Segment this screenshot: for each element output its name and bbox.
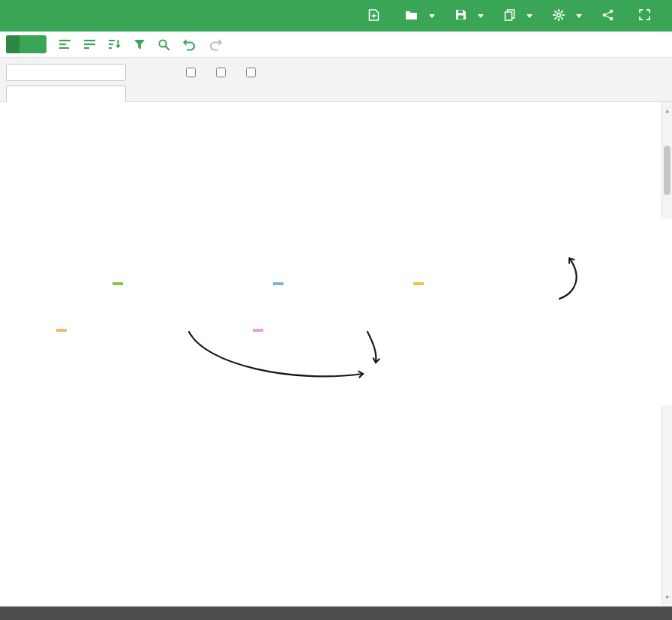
find-row xyxy=(6,63,666,81)
main-menu xyxy=(368,9,672,23)
redo-button[interactable] xyxy=(208,38,223,51)
compact-icon xyxy=(83,39,96,50)
search-button[interactable] xyxy=(158,38,170,51)
open-folder-icon xyxy=(405,10,418,23)
dropdown-caret-icon xyxy=(478,14,484,18)
campaign-name-label xyxy=(273,282,284,285)
fullscreen-icon xyxy=(639,9,650,23)
by-word-option xyxy=(246,68,261,77)
mode-toggle xyxy=(6,35,46,53)
mode-tree-button[interactable] xyxy=(20,35,33,53)
undo-icon xyxy=(182,38,196,51)
new-button[interactable] xyxy=(368,9,385,23)
new-document-icon xyxy=(368,9,380,23)
sort-button[interactable] xyxy=(108,38,122,50)
mission-name-label xyxy=(112,282,123,285)
options-button[interactable] xyxy=(553,9,582,23)
regexp-option xyxy=(216,68,231,77)
format-icon xyxy=(58,39,71,50)
arrow-false1-to-optional-label xyxy=(189,332,363,376)
options-gear-icon xyxy=(553,9,565,23)
search-icon xyxy=(158,38,170,51)
find-input[interactable] xyxy=(6,64,126,81)
scrollbar-down-arrow-icon[interactable]: ▼ xyxy=(662,591,672,604)
replace-row xyxy=(6,85,666,103)
annotation-overlay xyxy=(0,219,672,405)
toolbar-icon-group xyxy=(58,38,223,51)
by-word-checkbox[interactable] xyxy=(246,68,256,77)
secondary-objective-label xyxy=(56,329,67,332)
copy-icon xyxy=(504,9,515,23)
compact-button[interactable] xyxy=(83,39,96,50)
json-editor-window: ▲ ▼ xyxy=(0,0,672,620)
editor-toolbar xyxy=(0,32,672,57)
filter-button[interactable] xyxy=(134,39,146,50)
match-case-option xyxy=(186,68,201,77)
scrollbar-thumb[interactable] xyxy=(664,146,670,195)
undo-button[interactable] xyxy=(182,38,196,51)
find-replace-panel xyxy=(0,57,672,102)
regexp-checkbox[interactable] xyxy=(216,68,226,77)
scrollbar-up-arrow-icon[interactable]: ▲ xyxy=(662,104,672,118)
challenge-label xyxy=(253,329,263,332)
main-objective-label xyxy=(413,282,424,285)
share-icon xyxy=(602,9,614,23)
save-icon xyxy=(455,9,466,23)
arrow-true-to-passed-label xyxy=(560,258,577,299)
status-bar xyxy=(0,606,672,620)
dropdown-caret-icon xyxy=(576,14,582,18)
dropdown-caret-icon xyxy=(526,14,532,18)
replace-input[interactable] xyxy=(6,86,126,103)
share-button[interactable] xyxy=(602,9,619,23)
match-case-checkbox[interactable] xyxy=(186,68,196,77)
open-button[interactable] xyxy=(405,10,435,23)
mode-text-button[interactable] xyxy=(6,35,20,53)
fullscreen-button[interactable] xyxy=(639,9,656,23)
copy-button[interactable] xyxy=(504,9,532,23)
mode-table-button[interactable] xyxy=(33,35,46,53)
sort-icon xyxy=(108,38,122,50)
titlebar xyxy=(0,0,672,32)
arrow-false2-to-optional-label xyxy=(368,332,376,363)
annotation-arrows xyxy=(0,219,672,405)
filter-icon xyxy=(134,39,146,50)
dropdown-caret-icon xyxy=(429,14,435,18)
format-button[interactable] xyxy=(58,39,71,50)
save-button[interactable] xyxy=(455,9,484,23)
redo-icon xyxy=(208,38,223,51)
